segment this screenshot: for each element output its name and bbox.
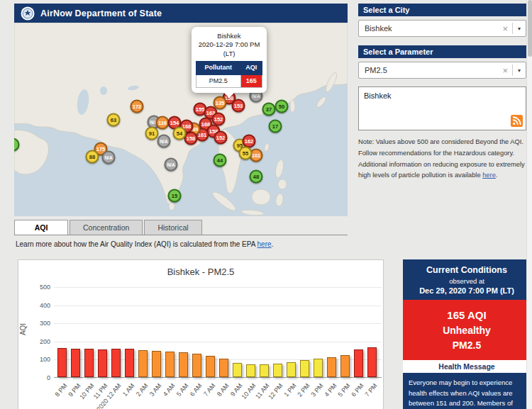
x-tick-label: 1 AM [121,382,136,398]
chart-bar[interactable] [125,349,134,377]
city-select-value: Bishkek [359,24,498,33]
current-aqi-category: Unhealthy [409,325,525,336]
health-message-text: Everyone may begin to experience health … [403,373,531,409]
map-background[interactable] [14,23,348,216]
popup-datetime: 2020-12-29 7:00 PM [196,40,262,49]
chart-title: Bishkek - PM2.5 [18,267,383,277]
map-marker[interactable]: 55 [239,147,253,160]
chart-bar[interactable] [206,356,215,377]
y-tick-label: 0 [47,374,50,381]
chart-plot: 01002003004005008 PM9 PM10 PM11 PMDec 29… [54,287,382,378]
learn-more-suffix: . [272,240,274,248]
chart-bar[interactable] [219,359,228,377]
map-marker[interactable]: 50 [275,100,289,113]
clear-icon[interactable]: × [498,23,512,34]
dos-seal-icon [21,6,35,21]
chevron-down-icon[interactable]: ▾ [513,67,526,74]
vertical-scrollbar[interactable] [526,0,532,409]
rss-icon[interactable] [511,115,523,127]
note-link[interactable]: here [482,172,496,179]
note-suffix: . [496,172,498,179]
popup-city: Bishkek [196,32,262,40]
chart-bar[interactable] [98,349,107,377]
x-tick-label: 3 PM [309,382,324,398]
y-tick-label: 200 [40,338,50,345]
popup-aqi-value: 165 [240,74,262,88]
map-marker[interactable]: 172 [131,100,144,113]
map-marker[interactable]: 152 [214,131,228,145]
chart-bar[interactable] [57,348,67,377]
chart-bar[interactable] [165,352,174,377]
y-tick-label: 400 [40,302,50,309]
chart-bar[interactable] [340,355,350,377]
map-marker[interactable]: 44 [214,154,227,167]
chart-bar[interactable] [314,359,323,377]
chart-bar[interactable] [179,352,188,377]
chart-bar[interactable] [354,349,363,377]
map-marker[interactable]: 15 [168,189,182,203]
map-marker[interactable]: 48 [250,170,263,184]
clear-icon[interactable]: × [498,65,512,76]
parameter-select-value: PM2.5 [359,66,498,74]
chart-bar[interactable] [71,349,80,377]
map-marker[interactable]: 37 [262,103,276,116]
x-tick-label: 12 PM [267,382,284,400]
map-marker[interactable]: N/A [165,158,178,172]
x-tick-label: 7 AM [202,382,217,398]
epa-link[interactable]: here [257,240,272,248]
x-tick-label: 8 PM [53,382,68,398]
x-tick-label: 6 PM [350,382,365,398]
y-tick-label: 500 [40,284,50,291]
current-aqi-box: 165 AQI Unhealthy PM2.5 [403,300,531,360]
chart-bar[interactable] [152,351,161,377]
chart-bar[interactable] [273,364,282,377]
tab-aqi[interactable]: AQI [14,220,68,235]
chart-bar[interactable] [246,364,255,377]
map-marker[interactable]: 91 [145,127,159,140]
y-tick-label: 300 [40,320,50,327]
x-tick-label: 7 PM [363,382,378,398]
chart-bar[interactable] [287,362,296,377]
current-conditions-title: Current Conditions [407,265,526,275]
x-tick-label: 8 AM [216,382,231,398]
map-marker[interactable]: 88 [86,150,99,164]
health-message-header: Health Message [403,360,531,373]
chart-bar[interactable] [260,364,269,377]
gridline [54,306,382,306]
chart-bar[interactable] [300,360,309,377]
feed-city-text: Bishkek [364,91,392,100]
feed-box: Bishkek [358,86,526,130]
chart-bar[interactable] [233,363,242,377]
chart-bar[interactable] [111,349,121,377]
note-prefix: Note: Values above 500 are considered Be… [358,138,525,179]
popup-aqi-header: AQI [240,62,262,75]
map-marker[interactable]: N/A [157,135,171,148]
map-marker[interactable]: 54 [173,127,187,140]
tab-historical[interactable]: Historical [144,220,201,235]
city-select[interactable]: Bishkek × ▾ [358,20,526,37]
map-marker[interactable]: 153 [232,99,245,113]
chevron-down-icon[interactable]: ▾ [513,26,526,32]
popup-pollutant-header: Pollutant [196,62,241,75]
map-marker[interactable]: 17 [269,120,282,133]
popup-table: Pollutant AQI PM2.5 165 [196,61,262,88]
note-text: Note: Values above 500 are considered Be… [358,137,526,181]
parameter-select[interactable]: PM2.5 × ▾ [358,62,526,79]
tab-concentration[interactable]: Concentration [70,220,143,235]
gridline [54,287,382,288]
select-city-header: Select a City [358,4,526,16]
gridline [54,323,382,324]
chart-bar[interactable] [84,349,94,377]
gridline [54,342,382,342]
map-marker[interactable]: N/A [102,151,116,164]
chart-bar[interactable] [367,347,377,377]
map-marker[interactable]: 63 [107,113,121,127]
scrollbar-thumb[interactable] [528,0,532,57]
page-title: AirNow Department of State [40,9,162,18]
chart-bar[interactable] [192,354,201,377]
x-tick-label: 10 PM [78,382,95,400]
aqi-chart: Bishkek - PM2.5 AQI 01002003004005008 PM… [18,259,384,409]
chart-bar[interactable] [327,357,336,377]
chart-bar[interactable] [138,350,148,377]
aqi-map[interactable]: 17263N/A37501715815313515516315216815816… [14,23,348,216]
